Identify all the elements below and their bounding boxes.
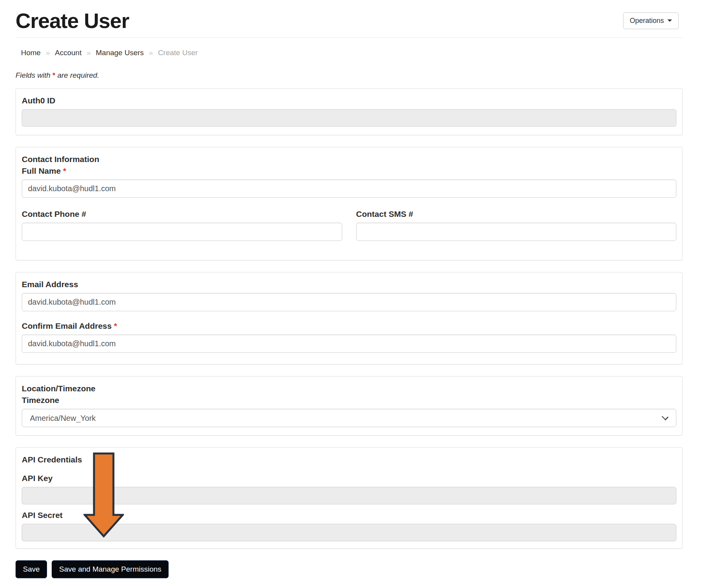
auth0-id-input [22, 109, 676, 127]
breadcrumb: Home » Account » Manage Users » Create U… [16, 45, 683, 61]
contact-phone-input[interactable] [22, 223, 342, 241]
confirm-email-label: Confirm Email Address * [22, 321, 676, 331]
location-timezone-heading: Location/Timezone [22, 384, 676, 393]
breadcrumb-manage-users[interactable]: Manage Users [96, 49, 144, 57]
contact-phone-group: Contact Phone # [22, 208, 342, 241]
panel-email: Email Address Confirm Email Address * [16, 272, 683, 364]
panel-api-credentials: API Credentials API Key API Secret [16, 447, 683, 549]
save-and-manage-permissions-button[interactable]: Save and Manage Permissions [52, 560, 169, 578]
breadcrumb-separator: » [87, 49, 91, 57]
api-secret-input [22, 524, 676, 541]
page-container: Create User Operations Home » Account » … [16, 9, 683, 578]
contact-phone-label: Contact Phone # [22, 209, 342, 219]
required-asterisk: * [114, 321, 117, 330]
api-credentials-heading: API Credentials [22, 455, 676, 464]
breadcrumb-home[interactable]: Home [21, 49, 41, 57]
api-key-label: API Key [22, 474, 676, 483]
api-secret-label: API Secret [22, 511, 676, 520]
page-header: Create User Operations [16, 9, 683, 38]
contact-sms-label: Contact SMS # [356, 209, 677, 219]
caret-down-icon [667, 19, 672, 22]
breadcrumb-separator: » [149, 49, 153, 57]
page-title: Create User [16, 9, 129, 33]
timezone-select[interactable]: America/New_York [22, 409, 676, 427]
contact-sms-group: Contact SMS # [356, 208, 677, 241]
email-address-label: Email Address [22, 280, 676, 289]
contact-sms-input[interactable] [356, 223, 677, 241]
operations-dropdown-button[interactable]: Operations [623, 12, 679, 29]
breadcrumb-create-user: Create User [158, 49, 198, 57]
panel-auth0-id: Auth0 ID [16, 88, 683, 135]
operations-button-label: Operations [630, 17, 664, 25]
api-key-input [22, 487, 676, 504]
email-address-input[interactable] [22, 293, 676, 311]
breadcrumb-account[interactable]: Account [55, 49, 82, 57]
save-button[interactable]: Save [16, 560, 47, 578]
confirm-email-input[interactable] [22, 335, 676, 353]
full-name-input[interactable] [22, 180, 676, 198]
full-name-label: Full Name * [22, 166, 676, 176]
panel-location-timezone: Location/Timezone Timezone America/New_Y… [16, 376, 683, 436]
breadcrumb-separator: » [46, 49, 50, 57]
contact-information-heading: Contact Information [22, 155, 676, 164]
form-actions: Save Save and Manage Permissions [16, 560, 683, 578]
required-fields-note: Fields with * are required. [16, 71, 683, 80]
required-asterisk: * [63, 166, 66, 175]
timezone-label: Timezone [22, 396, 676, 405]
auth0-id-label: Auth0 ID [22, 96, 676, 105]
panel-contact-information: Contact Information Full Name * Contact … [16, 147, 683, 260]
